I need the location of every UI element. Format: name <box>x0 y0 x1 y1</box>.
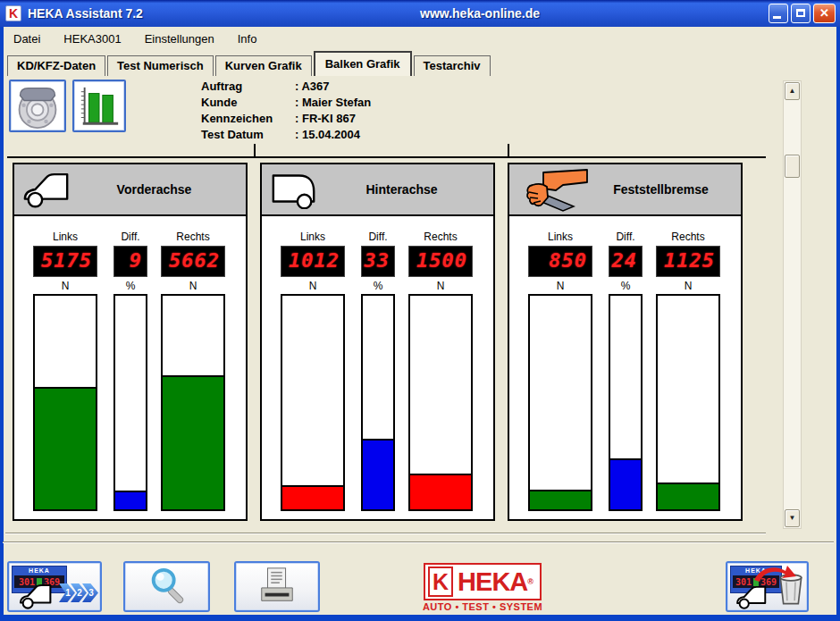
gauge-unit: N <box>656 280 720 292</box>
panel-body: Links 850 N Diff. 24 % Rechts 1125 N <box>509 216 741 517</box>
panel-header: Vorderachse <box>14 164 246 216</box>
close-icon: ✕ <box>819 6 829 20</box>
bar-chart-icon <box>77 84 122 129</box>
gauge-links: Links 1012 N <box>281 216 345 517</box>
digital-display: 5175 <box>33 246 97 277</box>
tab-test-numerisch[interactable]: Test Numerisch <box>107 55 214 76</box>
gauge-rechts: Rechts 5662 N <box>161 216 225 517</box>
gauge-label: Diff. <box>113 231 147 243</box>
gauge-unit: % <box>609 280 643 292</box>
gauge-label: Links <box>281 231 345 243</box>
scroll-down-button[interactable]: ▼ <box>785 509 800 527</box>
heka-logo: K HEKA ® AUTO • TEST • SYSTEM <box>404 563 561 612</box>
bar-gauge <box>113 294 147 511</box>
car-rear-icon <box>269 170 319 209</box>
panel-body: Links 1012 N Diff. 33 % Rechts 1500 N <box>262 216 493 517</box>
gauge-unit: N <box>33 280 97 292</box>
info-value: : 15.04.2004 <box>295 128 360 141</box>
registered-mark: ® <box>527 577 533 586</box>
app-logo-icon: K <box>5 5 21 21</box>
tab-kd-kfz-daten[interactable]: KD/KFZ-Daten <box>7 55 105 76</box>
gauge-unit: N <box>161 280 225 292</box>
magnifier-icon <box>147 566 188 607</box>
car-outline-icon <box>729 584 774 609</box>
tab-balken-grafik[interactable]: Balken Grafik <box>314 51 412 76</box>
info-value: : FR-KI 867 <box>295 112 356 125</box>
scroll-up-button[interactable]: ▲ <box>785 82 800 100</box>
bar-gauge <box>281 294 345 511</box>
info-label: Kunde <box>201 96 290 109</box>
heka-logo-text: HEKA <box>458 567 527 596</box>
printer-icon <box>256 566 298 607</box>
gauge-label: Diff. <box>609 231 643 243</box>
car-front-icon <box>21 170 71 209</box>
panel-header: Feststellbremse <box>509 164 741 216</box>
gauge-unit: N <box>281 280 345 292</box>
panel-divider-tick <box>508 144 509 156</box>
print-button[interactable] <box>234 561 320 612</box>
bar-gauge <box>361 294 395 511</box>
horizontal-rule <box>7 156 766 158</box>
tab-kurven-grafik[interactable]: Kurven Grafik <box>215 55 312 76</box>
gauge-label: Links <box>33 231 97 243</box>
panel-title: Hinterachse <box>319 182 493 197</box>
gauge-label: Links <box>528 231 592 243</box>
digital-display: 5662 <box>161 246 225 277</box>
tab-testarchiv[interactable]: Testarchiv <box>414 55 491 76</box>
bar-gauge <box>528 294 592 511</box>
info-value: : A367 <box>295 80 330 93</box>
gauge-label: Diff. <box>361 231 395 243</box>
delete-arrow-icon <box>752 564 798 585</box>
bar-gauge <box>33 294 97 511</box>
gauge-diff: Diff. 24 % <box>609 216 643 517</box>
car-outline-icon <box>11 583 61 609</box>
gauge-unit: % <box>113 280 147 292</box>
menu-info[interactable]: Info <box>238 32 257 46</box>
handbrake-icon <box>517 167 590 212</box>
digital-display: 1500 <box>408 246 473 277</box>
maximize-button[interactable] <box>791 4 811 23</box>
digital-display: 1012 <box>281 246 345 277</box>
divider-groove <box>3 541 834 543</box>
menu-heka3001[interactable]: HEKA3001 <box>63 32 121 46</box>
gauge-label: Rechts <box>656 231 720 243</box>
brake-test-button[interactable] <box>9 80 66 132</box>
delete-test-button[interactable]: HEKA 301 369 <box>726 561 809 612</box>
minimize-button[interactable] <box>769 4 788 23</box>
arrow-down-icon: ▼ <box>789 514 796 522</box>
gauge-unit: % <box>361 280 395 292</box>
panel-title: Feststellbremse <box>590 182 741 197</box>
digital-display: 850 <box>528 246 592 277</box>
menu-datei[interactable]: Datei <box>13 32 40 46</box>
menu-einstellungen[interactable]: Einstellungen <box>145 32 214 46</box>
panel-header: Hinterachse <box>262 164 493 216</box>
maximize-icon <box>796 9 805 17</box>
close-button[interactable]: ✕ <box>813 4 836 23</box>
gauge-label: Rechts <box>408 231 473 243</box>
bar-gauge <box>161 294 225 511</box>
menubar: Datei HEKA3001 Einstellungen Info <box>4 27 836 51</box>
info-value: : Maier Stefan <box>295 96 371 109</box>
measure-sequence-button[interactable]: HEKA 301 369 1 2 3 <box>7 561 102 612</box>
panel-feststellbremse: Feststellbremse Links 850 N Diff. 24 % R… <box>508 163 743 521</box>
info-label: Test Datum <box>201 128 290 141</box>
zoom-button[interactable] <box>123 561 210 612</box>
heka-k-icon: K <box>428 566 453 597</box>
vertical-scrollbar[interactable]: ▲ ▼ <box>783 80 802 529</box>
gauge-links: Links 850 N <box>528 216 592 517</box>
bar-gauge <box>609 294 643 511</box>
gauge-unit: N <box>408 280 473 292</box>
digital-display: 33 <box>361 246 395 277</box>
titlebar[interactable]: K HEKA Assistant 7.2 www.heka-online.de … <box>0 0 840 27</box>
panel-body: Links 5175 N Diff. 9 % Rechts 5662 N <box>14 216 246 517</box>
gauge-label: Rechts <box>161 231 225 243</box>
app-window: K HEKA Assistant 7.2 www.heka-online.de … <box>0 0 840 621</box>
gauge-unit: N <box>528 280 592 292</box>
scrollbar-thumb[interactable] <box>785 155 800 178</box>
panel-hinterachse: Hinterachse Links 1012 N Diff. 33 % Rech… <box>260 163 495 521</box>
heka-logo-box: K HEKA ® <box>424 563 542 600</box>
panel-divider-tick <box>254 144 256 156</box>
bar-graph-button[interactable] <box>72 80 126 132</box>
gauge-rechts: Rechts 1500 N <box>408 216 473 517</box>
titlebar-url: www.heka-online.de <box>420 6 540 21</box>
